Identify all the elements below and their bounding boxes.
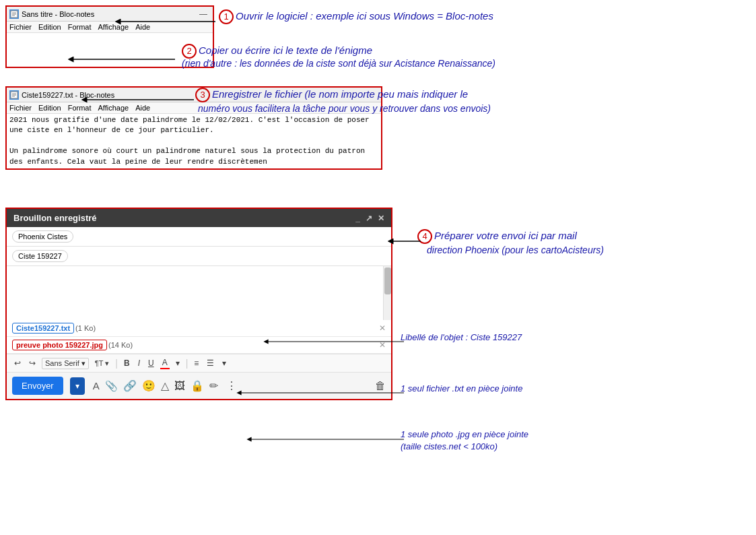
arrow-step2 (67, 53, 182, 66)
scrollbar-thumb (384, 268, 391, 294)
align-left-button[interactable]: ≡ (192, 358, 201, 369)
step3-annotation-line2: numéro vous facilitera la tâche pour vou… (198, 102, 491, 115)
email-formatting-toolbar: ↩ ↪ Sans Serif ▾ ¶T ▾ | B I U A ▾ | ≡ ☰ … (7, 354, 391, 373)
list-button[interactable]: ☰ (205, 358, 216, 369)
step2-number: 2 (182, 44, 197, 59)
step2-text-line1: Copier ou écrire ici le texte de l'énigm… (199, 44, 372, 56)
attachment-jpg-name: preuve photo 159227.jpg (12, 340, 107, 350)
step2-annotation-line2: (rien d'autre : les données de la ciste … (182, 57, 495, 70)
label-jpg-annotation: 1 seule photo .jpg en pièce jointe (401, 429, 528, 441)
step3-annotation: 3Enregistrer le fichier (le nom importe … (195, 88, 468, 102)
subject-field: Ciste 159227 (7, 247, 391, 266)
bold-button[interactable]: B (122, 358, 132, 369)
notepad-icon (9, 9, 19, 19)
redo-button[interactable]: ↪ (27, 358, 38, 369)
link-icon[interactable]: 🔗 (123, 379, 137, 392)
label-jpg-text-1: 1 seule photo .jpg en pièce jointe (401, 429, 528, 439)
to-value[interactable]: Phoenix Cistes (12, 230, 73, 243)
label-txt-annotation: 1 seul fichier .txt en pièce jointe (401, 383, 522, 395)
step3-text-line2: numéro vous facilitera la tâche pour vou… (198, 103, 491, 114)
arrow-txt (236, 388, 407, 398)
attachment-txt-remove[interactable]: ✕ (379, 323, 386, 333)
email-composer: Brouillon enregistré _ ↗ ✕ Phoenix Ciste… (5, 208, 392, 400)
signature-icon[interactable]: ✏ (209, 379, 218, 392)
label-jpg-annotation-2: (taille cistes.net < 100ko) (401, 441, 497, 453)
underline-button[interactable]: U (146, 358, 156, 369)
to-field: Phoenix Cistes (7, 227, 391, 247)
attachment-txt-row: Ciste159227.txt (1 Ko) ✕ (7, 320, 391, 337)
arrow-step4 (387, 234, 424, 248)
image-icon[interactable]: 🖼 (174, 380, 185, 392)
send-dropdown-button[interactable]: ▾ (70, 377, 85, 395)
window2-content: 2021 nous gratifie d'une date palindrome… (7, 114, 381, 168)
arrow-step1 (111, 15, 219, 28)
step4-annotation: 4Préparer votre envoi ici par mail (417, 229, 577, 244)
menu-edition-2[interactable]: Edition (38, 104, 61, 112)
italic-button[interactable]: I (136, 358, 142, 369)
email-close-icon[interactable]: ✕ (378, 214, 384, 223)
body-area-wrapper (7, 266, 391, 320)
email-controls: _ ↗ ✕ (355, 214, 384, 223)
arrow-step3 (81, 93, 199, 106)
notepad-icon-2 (9, 90, 19, 100)
step2-text-line2: (rien d'autre : les données de la ciste … (182, 58, 495, 69)
step2-annotation: 2Copier ou écrire ici le texte de l'énig… (182, 44, 372, 59)
menu-format-1[interactable]: Format (68, 23, 92, 31)
align-button[interactable]: ▾ (174, 358, 182, 369)
label-object-annotation: Libellé de l'objet : Ciste 159227 (401, 332, 522, 344)
email-minimize-icon[interactable]: _ (355, 214, 360, 223)
font-size-button[interactable]: ¶T ▾ (93, 358, 112, 369)
label-jpg-text-2: (taille cistes.net < 100ko) (401, 441, 497, 451)
step1-text: Ouvrir le logiciel : exemple ici sous Wi… (236, 10, 493, 22)
menu-fichier-1[interactable]: Fichier (9, 23, 32, 31)
drive-icon[interactable]: △ (161, 379, 169, 392)
attachment-jpg-size: (14 Ko) (108, 341, 133, 349)
content-line2: Un palindrome sonore où court un palindr… (9, 146, 378, 167)
step4-annotation-line2: direction Phoenix (pour les cartoAcisteu… (427, 244, 604, 257)
send-button[interactable]: Envoyer (12, 377, 63, 395)
label-txt-text: 1 seul fichier .txt en pièce jointe (401, 383, 522, 394)
attachment-txt-size: (1 Ko) (75, 324, 96, 332)
text-format-icon[interactable]: A (93, 380, 100, 391)
menu-edition-1[interactable]: Edition (38, 23, 61, 31)
menu-fichier-2[interactable]: Fichier (9, 104, 32, 112)
step1-number: 1 (219, 9, 234, 24)
undo-button[interactable]: ↩ (12, 358, 23, 369)
arrow-object (263, 337, 407, 347)
step1-annotation: 1Ouvrir le logiciel : exemple ici sous W… (219, 9, 493, 24)
step3-text-line1: Enregistrer le fichier (le nom importe p… (212, 88, 468, 100)
list-arrow[interactable]: ▾ (220, 358, 228, 369)
emoji-icon[interactable]: 🙂 (142, 379, 156, 392)
email-titlebar: Brouillon enregistré _ ↗ ✕ (7, 209, 391, 227)
arrow-jpg (246, 435, 407, 445)
font-color-button[interactable]: A (160, 357, 170, 369)
subject-value[interactable]: Ciste 159227 (12, 250, 68, 262)
email-title: Brouillon enregistré (13, 213, 97, 223)
attachment-icon[interactable]: 📎 (105, 380, 118, 392)
step4-text-line2: direction Phoenix (pour les cartoAcisteu… (427, 245, 604, 255)
font-selector[interactable]: Sans Serif ▾ (42, 358, 89, 369)
email-expand-icon[interactable]: ↗ (366, 214, 372, 223)
label-object-text: Libellé de l'objet : Ciste 159227 (401, 332, 522, 342)
attachment-txt-name: Ciste159227.txt (12, 323, 74, 334)
step4-text-line1: Préparer votre envoi ici par mail (434, 230, 577, 241)
content-line1: 2021 nous gratifie d'une date palindrome… (9, 115, 378, 136)
email-scrollbar[interactable] (383, 266, 391, 320)
lock-icon[interactable]: 🔒 (191, 379, 204, 392)
email-body[interactable] (7, 266, 383, 320)
